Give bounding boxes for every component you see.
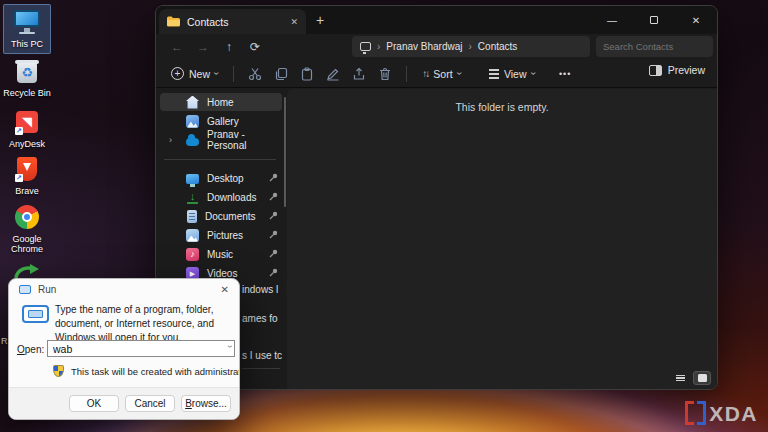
desktop-icon-recycle-bin[interactable]: ♻ Recycle Bin (3, 57, 51, 98)
maximize-button[interactable] (633, 6, 675, 34)
combo-dropdown-icon[interactable]: › (225, 345, 235, 353)
sidebar-divider (242, 368, 280, 369)
sidebar-item-documents[interactable]: Documents (160, 207, 282, 225)
cancel-button[interactable]: Cancel (125, 395, 175, 412)
tab-contacts[interactable]: Contacts ✕ (159, 9, 306, 34)
desktop-icon-label: Recycle Bin (3, 88, 51, 98)
expand-chevron-icon[interactable]: › (169, 135, 172, 145)
ok-button[interactable]: OK (69, 395, 119, 412)
this-pc-icon (12, 8, 42, 36)
run-app-icon (19, 285, 31, 294)
preview-button[interactable]: Preview (649, 64, 705, 76)
sidebar-partial-item[interactable]: indows l (242, 284, 278, 295)
breadcrumb-item[interactable]: Contacts (478, 41, 517, 52)
new-button[interactable]: + New › (166, 64, 223, 83)
up-button[interactable]: ↑ (216, 40, 242, 54)
open-combobox: › (47, 340, 235, 357)
chevron-down-icon: › (454, 72, 465, 75)
preview-pane-icon (649, 65, 662, 76)
toolbar-separator (406, 66, 407, 82)
sidebar-item-desktop[interactable]: Desktop (160, 169, 282, 187)
xda-right-bracket-icon (697, 401, 706, 425)
chevron-down-icon: › (528, 72, 539, 75)
cut-button[interactable] (244, 64, 266, 84)
sort-button[interactable]: ↑↓ Sort › (417, 65, 466, 83)
rename-button[interactable] (322, 64, 344, 84)
close-icon[interactable]: ✕ (221, 284, 229, 295)
chrome-icon (12, 203, 42, 231)
sidebar-partial-item[interactable]: ames fo (242, 313, 278, 324)
pin-icon (269, 211, 278, 222)
desktop-icon-this-pc[interactable]: This PC (3, 4, 51, 54)
forward-button[interactable]: → (190, 40, 216, 54)
search-box (596, 36, 713, 57)
thumbnail-view-icon (698, 374, 707, 382)
share-button[interactable] (348, 64, 370, 84)
sort-icon: ↑↓ (422, 68, 428, 79)
window-controls: — ✕ (591, 6, 717, 34)
back-button[interactable]: ← (164, 40, 190, 54)
toolbar-separator (233, 66, 234, 82)
onedrive-icon (186, 138, 199, 146)
desktop-icon-anydesk[interactable]: ◥ ↗ AnyDesk (3, 108, 51, 149)
view-button[interactable]: View › (484, 65, 540, 83)
sidebar-partial-item[interactable]: s I use tc (242, 350, 282, 361)
pin-icon (269, 268, 278, 279)
minimize-button[interactable]: — (591, 6, 633, 34)
partial-desktop-label: R (1, 336, 8, 346)
xda-left-bracket-icon (685, 401, 694, 425)
desktop-icon-brave[interactable]: ↗ Brave (3, 155, 51, 196)
admin-privileges-note: This task will be created with administr… (53, 365, 240, 377)
desktop-icon-label: Google Chrome (5, 234, 49, 255)
thumbnail-view-button[interactable] (693, 371, 711, 385)
open-label: Open: (17, 344, 44, 355)
status-bar (671, 371, 711, 385)
pin-icon (269, 173, 278, 184)
more-options-button[interactable]: ••• (554, 66, 576, 82)
sidebar-item-home[interactable]: Home (160, 93, 282, 111)
sidebar-scrollbar[interactable] (284, 97, 286, 207)
run-dialog-titlebar: Run ✕ (9, 279, 239, 299)
desktop-folder-icon (186, 174, 199, 184)
sidebar-item-onedrive[interactable]: › Pranav - Personal (160, 131, 282, 149)
command-bar: + New › ↑↓ (156, 60, 717, 88)
paste-button[interactable] (296, 64, 318, 84)
tab-bar: Contacts ✕ + — ✕ (156, 6, 717, 34)
desktop-icon-label: AnyDesk (3, 139, 51, 149)
run-description: Type the name of a program, folder, docu… (55, 303, 235, 345)
browse-button[interactable]: Browse... (181, 395, 231, 412)
more-icon: ••• (559, 69, 571, 79)
chevron-down-icon: › (211, 72, 222, 75)
address-bar[interactable]: › Pranav Bhardwaj › Contacts (352, 36, 590, 57)
desktop-icon-label: Brave (3, 186, 51, 196)
xda-watermark: XDA (685, 401, 758, 425)
xda-logo-text: XDA (709, 403, 758, 424)
breadcrumb-item[interactable]: Pranav Bhardwaj (386, 41, 462, 52)
pin-icon (269, 249, 278, 260)
view-icon (489, 69, 499, 79)
sidebar-item-downloads[interactable]: ↓ Downloads (160, 188, 282, 206)
open-input[interactable] (48, 343, 226, 355)
sidebar-item-pictures[interactable]: Pictures (160, 226, 282, 244)
desktop: This PC ♻ Recycle Bin ◥ ↗ AnyDesk ↗ Brav… (0, 0, 768, 432)
desktop-icon-google-chrome[interactable]: Google Chrome (3, 203, 51, 255)
empty-folder-message: This folder is empty. (287, 101, 717, 113)
music-icon: ♪ (186, 248, 199, 261)
home-icon (186, 96, 199, 109)
gallery-icon (186, 115, 199, 128)
details-view-button[interactable] (671, 371, 689, 385)
sidebar-divider (164, 159, 276, 160)
sidebar-item-music[interactable]: ♪ Music (160, 245, 282, 263)
tab-close-icon[interactable]: ✕ (290, 17, 298, 27)
refresh-button[interactable]: ⟳ (242, 40, 268, 54)
search-input[interactable] (603, 41, 718, 52)
new-tab-button[interactable]: + (316, 12, 324, 28)
sidebar-item-gallery[interactable]: Gallery (160, 112, 282, 130)
anydesk-icon: ◥ ↗ (12, 108, 42, 136)
close-button[interactable]: ✕ (675, 6, 717, 34)
run-dialog-title: Run (38, 284, 214, 295)
copy-button[interactable] (270, 64, 292, 84)
desktop-icon-label: This PC (4, 39, 50, 49)
brave-icon: ↗ (12, 155, 42, 183)
delete-button[interactable] (374, 64, 396, 84)
